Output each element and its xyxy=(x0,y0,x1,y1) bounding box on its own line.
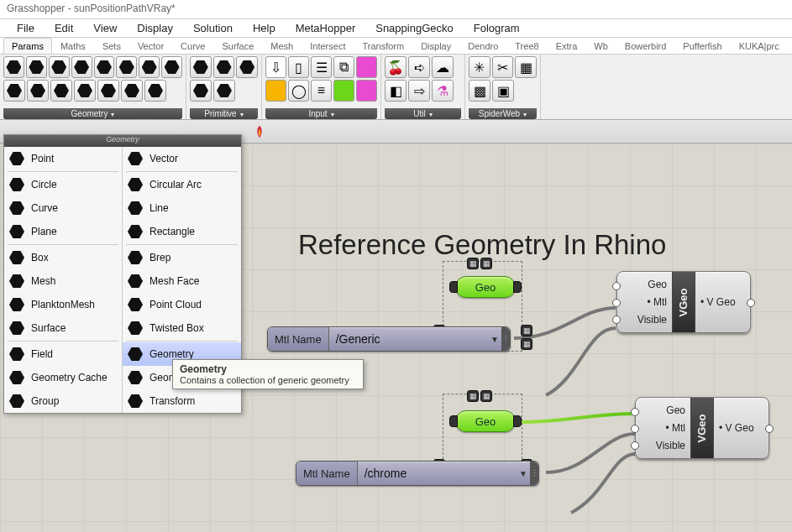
zui-button[interactable]: ▦ xyxy=(467,258,479,269)
ribbon-util-icon[interactable]: ☁ xyxy=(432,56,454,78)
zui-button[interactable]: ▦ xyxy=(521,325,532,336)
ribbon-geometry-icon[interactable] xyxy=(3,56,24,78)
tab-surface[interactable]: Surface xyxy=(213,38,262,54)
dd-item-geometrycache[interactable]: Geometry Cache xyxy=(4,366,122,389)
ribbon-input-icon[interactable]: ⧉ xyxy=(333,56,354,78)
panel-dropdown-icon[interactable]: ▼ xyxy=(517,469,530,478)
dd-item-box[interactable]: Box xyxy=(4,246,122,269)
ribbon-util-icon[interactable]: ⚗ xyxy=(432,80,454,102)
ribbon-primitive-icon[interactable] xyxy=(236,56,258,78)
tab-kukaprc[interactable]: KUKA|prc xyxy=(731,38,788,54)
comp-input-geo[interactable]: Geo xyxy=(641,404,685,416)
ribbon-geometry-icon[interactable] xyxy=(116,56,137,78)
ribbon-util-icon[interactable]: ⇨ xyxy=(408,80,430,102)
tab-bowerbird[interactable]: Bowerbird xyxy=(616,38,675,54)
mtlname-panel-2[interactable]: Mtl Name /chrome ▼ ⋮ xyxy=(296,461,539,486)
ribbon-primitive-icon[interactable] xyxy=(213,56,235,78)
ribbon-input-icon[interactable]: ≡ xyxy=(311,80,332,102)
ribbon-spiderweb-icon[interactable]: ▣ xyxy=(492,80,514,102)
tab-pufferfish[interactable]: Pufferfish xyxy=(674,38,730,54)
ribbon-spiderweb-icon[interactable]: ▩ xyxy=(469,80,490,102)
dd-item-twistedbox[interactable]: Twisted Box xyxy=(123,316,241,340)
tab-params[interactable]: Params xyxy=(3,38,52,54)
menu-help[interactable]: Help xyxy=(243,19,286,37)
ribbon-label-input[interactable]: Input xyxy=(265,108,377,119)
menu-metahopper[interactable]: MetaHopper xyxy=(286,19,366,37)
dd-item-field[interactable]: Field xyxy=(4,342,122,366)
ribbon-geometry-icon[interactable] xyxy=(50,80,72,102)
dd-item-brep[interactable]: Brep xyxy=(123,246,241,269)
comp-input-visible[interactable]: Visible xyxy=(622,314,667,326)
tab-vector[interactable]: Vector xyxy=(129,38,172,54)
panel-value[interactable]: /chrome xyxy=(358,467,517,480)
comp-input-mtl[interactable]: • Mtl xyxy=(641,422,685,434)
dd-item-meshface[interactable]: Mesh Face xyxy=(123,269,241,293)
dd-item-curve[interactable]: Curve xyxy=(4,196,122,220)
menu-snappinggecko[interactable]: SnappingGecko xyxy=(365,19,464,37)
ribbon-geometry-icon[interactable] xyxy=(94,56,115,78)
ribbon-util-icon[interactable]: 🍒 xyxy=(385,56,406,78)
menu-display[interactable]: Display xyxy=(127,19,183,37)
ribbon-input-icon[interactable] xyxy=(356,56,377,78)
comp-output-vgeo[interactable]: • V Geo xyxy=(719,422,763,434)
ribbon-geometry-icon[interactable] xyxy=(26,56,47,78)
mtlname-panel-1[interactable]: Mtl Name /Generic ▼ ⋮ xyxy=(267,326,511,352)
ribbon-spiderweb-icon[interactable]: ✂ xyxy=(492,56,514,78)
geometry-param-node[interactable]: Geo xyxy=(455,410,516,432)
tab-transform[interactable]: Transform xyxy=(354,38,412,54)
ribbon-geometry-icon[interactable] xyxy=(49,56,70,78)
ribbon-input-icon[interactable]: ☰ xyxy=(311,56,332,78)
ribbon-util-icon[interactable]: ➪ xyxy=(408,56,430,78)
ribbon-util-icon[interactable]: ◧ xyxy=(385,80,406,102)
ribbon-primitive-icon[interactable] xyxy=(190,56,212,78)
ribbon-label-geometry[interactable]: Geometry xyxy=(3,108,182,119)
zui-button[interactable]: ▦ xyxy=(480,258,492,269)
panel-grip-icon[interactable]: ⋮ xyxy=(501,327,510,351)
menu-edit[interactable]: Edit xyxy=(45,19,83,37)
dd-item-planktonmesh[interactable]: PlanktonMesh xyxy=(4,293,122,316)
tab-wb[interactable]: Wb xyxy=(585,38,616,54)
ribbon-spiderweb-icon[interactable]: ✳ xyxy=(469,56,490,78)
dd-item-surface[interactable]: Surface xyxy=(4,316,122,340)
tab-curve[interactable]: Curve xyxy=(172,38,213,54)
ribbon-geometry-icon[interactable] xyxy=(144,80,166,102)
ribbon-geometry-icon[interactable] xyxy=(71,56,92,78)
ribbon-geometry-icon[interactable] xyxy=(139,56,160,78)
menu-solution[interactable]: Solution xyxy=(183,19,243,37)
dd-item-point[interactable]: Point xyxy=(4,147,122,170)
zui-button[interactable]: ▦ xyxy=(480,390,492,402)
ribbon-primitive-icon[interactable] xyxy=(190,80,212,102)
ribbon-geometry-icon[interactable] xyxy=(121,80,143,102)
tab-wasp[interactable]: Wasp xyxy=(788,38,792,54)
tab-mesh[interactable]: Mesh xyxy=(262,38,302,54)
tab-maths[interactable]: Maths xyxy=(52,38,94,54)
tab-sets[interactable]: Sets xyxy=(94,38,129,54)
dd-item-group[interactable]: Group xyxy=(4,389,122,413)
ribbon-label-primitive[interactable]: Primitive xyxy=(190,108,258,119)
ribbon-input-icon[interactable]: ◯ xyxy=(288,80,309,102)
panel-dropdown-icon[interactable]: ▼ xyxy=(488,335,501,344)
menu-file[interactable]: File xyxy=(7,19,45,37)
menu-fologram[interactable]: Fologram xyxy=(464,19,530,37)
comp-input-geo[interactable]: Geo xyxy=(622,279,667,290)
dd-item-vector[interactable]: Vector xyxy=(123,147,241,170)
ribbon-input-icon[interactable] xyxy=(356,80,377,102)
ribbon-input-icon[interactable] xyxy=(333,80,354,102)
ribbon-label-spiderweb[interactable]: SpiderWeb xyxy=(469,108,537,119)
ribbon-input-icon[interactable]: ⇩ xyxy=(265,56,286,78)
comp-input-visible[interactable]: Visible xyxy=(641,440,685,451)
geometry-param-node[interactable]: Geo xyxy=(455,276,516,298)
dd-item-mesh[interactable]: Mesh xyxy=(4,269,122,293)
tab-display[interactable]: Display xyxy=(412,38,459,54)
ribbon-primitive-icon[interactable] xyxy=(213,80,235,102)
ribbon-geometry-icon[interactable] xyxy=(74,80,96,102)
zui-button[interactable]: ▦ xyxy=(521,338,532,350)
zui-button[interactable]: ▦ xyxy=(467,390,479,402)
vgeo-component-1[interactable]: Geo • Mtl Visible VGeo • V Geo xyxy=(616,271,751,333)
ribbon-geometry-icon[interactable] xyxy=(27,80,49,102)
ribbon-spiderweb-icon[interactable]: ▦ xyxy=(515,56,537,78)
tab-intersect[interactable]: Intersect xyxy=(302,38,354,54)
panel-grip-icon[interactable]: ⋮ xyxy=(530,462,538,485)
ribbon-input-icon[interactable] xyxy=(265,80,286,102)
dd-item-pointcloud[interactable]: Point Cloud xyxy=(123,293,241,316)
